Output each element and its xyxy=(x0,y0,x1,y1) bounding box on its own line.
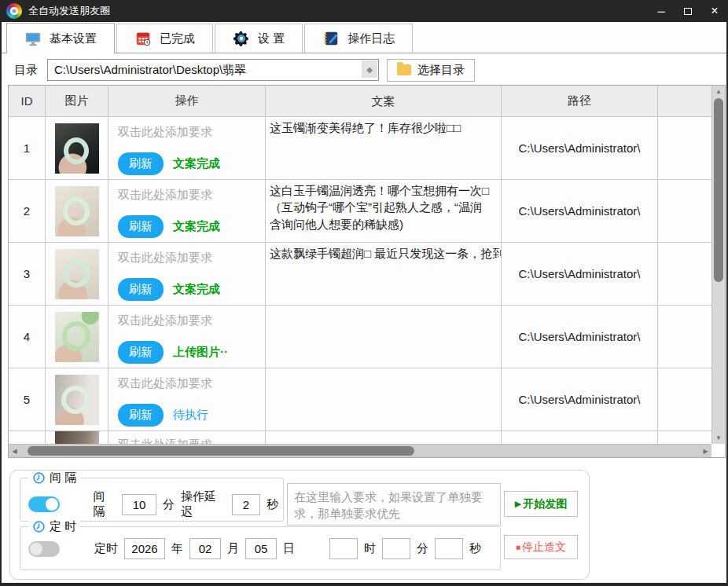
horizontal-scroll-thumb[interactable] xyxy=(28,446,414,456)
header-path: 路径 xyxy=(502,86,658,116)
caption-cell[interactable]: 这玉镯渐变美得绝了！库存很少啦□□ xyxy=(266,117,502,179)
scroll-right-icon[interactable]: ▶ xyxy=(700,445,711,457)
jade-bangle-icon xyxy=(64,137,89,164)
directory-dropdown-icon[interactable]: ◆ xyxy=(362,60,377,78)
refresh-button[interactable]: 刷新 xyxy=(118,215,164,238)
vertical-scroll-thumb[interactable] xyxy=(714,98,723,282)
product-photo[interactable] xyxy=(55,186,99,236)
directory-row: 目录 ◆ 选择目录 xyxy=(2,57,726,83)
extra-cell xyxy=(658,306,711,368)
product-photo[interactable] xyxy=(55,312,99,362)
caption-cell[interactable]: 这白玉手镯温润透亮！哪个宝想拥有一次□ （互动钩子“哪个宝”引起熟人之感，“温润… xyxy=(266,180,502,242)
interval-legend-label: 间 隔 xyxy=(50,471,76,485)
directory-label: 目录 xyxy=(14,63,38,78)
scroll-up-icon[interactable]: ▲ xyxy=(712,86,725,97)
horizontal-scrollbar[interactable]: ◀ ▶ xyxy=(9,444,711,457)
operation-cell[interactable]: 双击此处添加要求 刷新 上传图片·· xyxy=(108,306,266,368)
row-id: 5 xyxy=(9,368,46,430)
hour-input[interactable] xyxy=(329,538,358,559)
operation-cell[interactable]: 双击此处添加要求 刷新 待执行 xyxy=(108,368,266,430)
vertical-scrollbar[interactable]: ▲ ▼ xyxy=(711,86,725,444)
jade-bangle-icon xyxy=(63,259,90,288)
caption-cell[interactable]: 这款飘绿手镯超润□ 最近只发现这一条，抢到 xyxy=(266,243,502,305)
table-row: 1 双击此处添加要求 刷新 文案完成 这玉镯渐变美得绝了！库存很少啦□□ C:\… xyxy=(9,117,711,180)
horizontal-scroll-track[interactable] xyxy=(20,445,700,457)
product-photo[interactable] xyxy=(55,431,99,444)
tab-label: 基本设置 xyxy=(50,31,97,46)
refresh-button[interactable]: 刷新 xyxy=(118,278,164,301)
table-viewport: ID 图片 操作 文案 路径 1 双击此处添加要求 刷新 文案完成 这玉镯渐 xyxy=(9,86,711,444)
directory-input-wrap: ◆ xyxy=(47,59,379,81)
add-requirement-placeholder[interactable]: 双击此处添加要求 xyxy=(118,313,256,328)
operation-cell[interactable]: 双击此处添加要求 刷新 文案完成 xyxy=(108,243,266,305)
operation-cell[interactable]: 双击此处添加要求 刷新 文案完成 xyxy=(108,117,266,179)
maximize-button[interactable] xyxy=(675,0,701,22)
vertical-scroll-track[interactable] xyxy=(712,97,725,432)
close-button[interactable]: × xyxy=(701,0,728,22)
tab-label: 设 置 xyxy=(258,31,285,46)
timer-toggle[interactable] xyxy=(28,541,60,557)
window-controls: ─ × xyxy=(648,0,728,22)
table-row: 3 双击此处添加要求 刷新 文案完成 这款飘绿手镯超润□ 最近只发现这一条，抢到… xyxy=(9,243,711,306)
caption-cell[interactable] xyxy=(266,368,502,430)
delay-seconds-input[interactable] xyxy=(232,494,260,515)
stop-icon: ■ xyxy=(516,543,520,551)
table-row: 5 双击此处添加要求 刷新 待执行 C:\Users\Administrator… xyxy=(9,368,711,431)
tab-label: 操作日志 xyxy=(347,31,395,46)
interval-group: 间 隔 间隔 分 操作延迟 秒 xyxy=(20,478,284,522)
choose-directory-button[interactable]: 选择目录 xyxy=(387,59,475,82)
refresh-button[interactable]: 刷新 xyxy=(118,152,164,175)
caption-cell[interactable] xyxy=(266,431,502,444)
control-panel: 间 隔 间隔 分 操作延迟 秒 ▶ 开始发图 定 时 xyxy=(9,470,590,580)
calendar-icon xyxy=(134,30,152,47)
stop-generate-button[interactable]: ■ 停止造文 xyxy=(504,535,578,559)
caption-cell[interactable] xyxy=(266,306,502,368)
clock-icon xyxy=(32,471,46,485)
interval-label: 间隔 xyxy=(94,489,116,519)
interval-toggle[interactable] xyxy=(28,496,60,512)
tab-operation-log[interactable]: 操作日志 xyxy=(304,24,413,53)
product-photo[interactable] xyxy=(55,249,99,299)
add-requirement-placeholder[interactable]: 双击此处添加要求 xyxy=(118,188,256,203)
stop-generate-label: 停止造文 xyxy=(522,540,566,555)
timer-legend: 定 时 xyxy=(28,519,80,534)
window-title: 全自动发送朋友圈 xyxy=(28,4,110,18)
requirements-textarea[interactable] xyxy=(287,483,501,526)
add-requirement-placeholder[interactable]: 双击此处添加要求 xyxy=(118,125,256,140)
table-row: 2 双击此处添加要求 刷新 文案完成 这白玉手镯温润透亮！哪个宝想拥有一次□ （… xyxy=(9,180,711,243)
seconds-unit-label: 秒 xyxy=(267,497,278,512)
header-text: 文案 xyxy=(266,86,502,116)
tab-settings[interactable]: 设 置 xyxy=(215,24,303,53)
directory-input[interactable] xyxy=(47,59,379,81)
refresh-button[interactable]: 刷新 xyxy=(118,341,164,364)
month-input[interactable] xyxy=(189,538,221,559)
product-photo[interactable] xyxy=(55,123,99,174)
row-id: 3 xyxy=(9,243,46,305)
interval-minutes-input[interactable] xyxy=(122,494,156,515)
minimize-button[interactable]: ─ xyxy=(648,0,675,22)
year-input[interactable] xyxy=(124,538,165,559)
monitor-icon xyxy=(24,30,42,47)
start-send-button[interactable]: ▶ 开始发图 xyxy=(504,491,578,517)
extra-cell xyxy=(658,368,711,430)
jade-bangle-icon xyxy=(63,197,90,225)
add-requirement-placeholder[interactable]: 双击此处添加要求 xyxy=(118,376,256,391)
operation-cell[interactable]: 双击此处添加要求 刷新 文案完成 xyxy=(108,180,266,242)
scroll-down-icon[interactable]: ▼ xyxy=(712,432,725,444)
tab-basic-settings[interactable]: 基本设置 xyxy=(6,23,115,53)
minute-input[interactable] xyxy=(382,538,410,559)
add-requirement-placeholder[interactable]: 双击此处添加要求 xyxy=(118,251,256,266)
second-input[interactable] xyxy=(435,538,463,559)
header-operation: 操作 xyxy=(108,86,266,116)
day-input[interactable] xyxy=(245,538,277,559)
header-extra xyxy=(658,86,711,116)
notebook-icon xyxy=(322,30,340,47)
scroll-left-icon[interactable]: ◀ xyxy=(9,445,20,457)
tab-completed[interactable]: 已完成 xyxy=(116,24,213,53)
add-requirement-placeholder[interactable]: 双击此处添加要求 xyxy=(118,438,256,444)
product-photo[interactable] xyxy=(55,375,99,425)
year-unit-label: 年 xyxy=(171,541,183,556)
refresh-button[interactable]: 刷新 xyxy=(118,404,164,427)
timer-label: 定时 xyxy=(94,541,118,556)
operation-cell[interactable]: 双击此处添加要求 xyxy=(108,431,266,444)
